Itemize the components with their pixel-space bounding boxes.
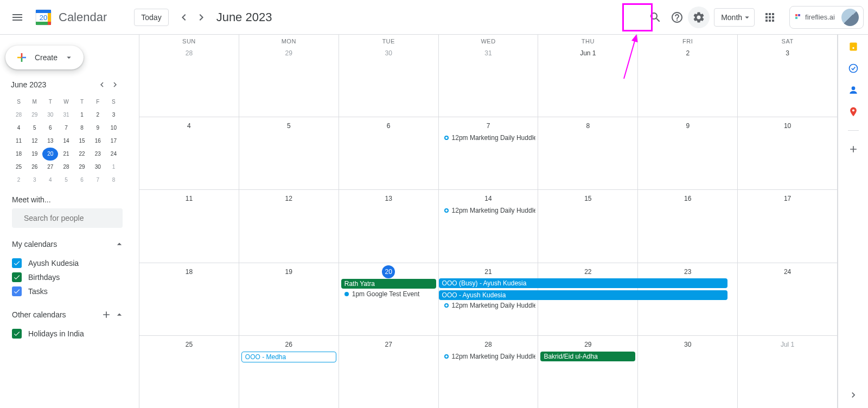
day-cell[interactable]: 6 [339,117,439,189]
add-calendar-icon[interactable] [101,309,112,320]
calendar-item[interactable]: Tasks [12,284,125,298]
day-cell[interactable]: 3 [738,44,838,117]
mini-day[interactable]: 3 [27,174,42,187]
day-cell[interactable]: 15 [538,190,638,262]
day-cell[interactable]: 18 [139,263,239,335]
contacts-icon[interactable] [848,85,859,95]
next-month-button[interactable] [193,9,210,26]
day-cell[interactable]: 4 [139,117,239,189]
calendar-checkbox[interactable] [12,286,22,296]
mini-day[interactable]: 9 [90,122,106,135]
maps-icon[interactable] [848,106,859,117]
mini-day[interactable]: 5 [27,122,42,135]
help-icon[interactable] [666,7,688,28]
day-cell[interactable]: 13 [339,190,439,262]
mini-day[interactable]: 4 [42,174,58,187]
day-cell[interactable]: Jul 1 [738,336,838,408]
day-cell[interactable]: 5 [239,117,339,189]
day-cell[interactable]: 11 [139,190,239,262]
mini-day[interactable]: 3 [106,109,122,122]
mini-day[interactable]: 24 [106,148,122,161]
day-cell[interactable]: 28 [139,44,239,117]
mini-day[interactable]: 1 [106,161,122,174]
today-button[interactable]: Today [134,9,168,26]
keep-icon[interactable] [848,41,859,52]
search-people-input[interactable] [24,214,119,222]
mini-day[interactable]: 8 [106,174,122,187]
mini-day[interactable]: 30 [90,161,106,174]
day-cell[interactable]: 29Bakrid/Eid ul-Adha [538,336,638,408]
mini-next-button[interactable] [108,78,122,91]
day-cell[interactable]: 24 [738,263,838,335]
event[interactable]: Rath Yatra [341,279,436,289]
mini-day[interactable]: 16 [90,135,106,148]
other-calendars-header[interactable]: Other calendars [12,307,125,322]
mini-day[interactable]: 14 [58,135,74,148]
mini-day[interactable]: 19 [27,148,42,161]
mini-day[interactable]: 29 [74,161,90,174]
day-cell[interactable]: 30 [638,336,738,408]
calendar-checkbox[interactable] [12,258,22,268]
mini-day[interactable]: 27 [42,161,58,174]
mini-day[interactable]: 5 [58,174,74,187]
day-cell[interactable]: 12 [239,190,339,262]
calendar-checkbox[interactable] [12,329,22,339]
mini-day[interactable]: 25 [11,161,27,174]
mini-day[interactable]: 2 [11,174,27,187]
day-cell[interactable]: Jun 1 [538,44,638,117]
calendar-item[interactable]: Ayush Kudesia [12,256,125,270]
day-cell[interactable]: 31 [439,44,539,117]
view-selector[interactable]: Month [714,8,755,27]
calendar-item[interactable]: Holidays in India [12,327,125,341]
mini-day[interactable]: 18 [11,148,27,161]
mini-day[interactable]: 20 [42,148,58,161]
mini-day[interactable]: 26 [27,161,42,174]
create-button[interactable]: Create [5,46,84,69]
add-addon-icon[interactable] [848,144,859,155]
day-cell[interactable]: 26OOO - Medha [239,336,339,408]
mini-day[interactable]: 30 [42,109,58,122]
search-icon[interactable] [644,7,666,28]
calendar-item[interactable]: Birthdays [12,270,125,284]
mini-day[interactable]: 10 [106,122,122,135]
mini-day[interactable]: 21 [58,148,74,161]
day-cell[interactable]: 27 [339,336,439,408]
apps-icon[interactable] [759,7,781,28]
event[interactable]: 12pm Marketing Daily Huddle [441,206,536,215]
search-people[interactable] [12,208,123,228]
day-cell[interactable]: 30 [339,44,439,117]
settings-icon[interactable] [688,7,710,28]
mini-day[interactable]: 29 [27,109,42,122]
calendar-checkbox[interactable] [12,272,22,282]
day-cell[interactable]: 2812pm Marketing Daily Huddle [439,336,539,408]
day-cell[interactable]: 2 [638,44,738,117]
mini-day[interactable]: 15 [74,135,90,148]
day-cell[interactable]: 9 [638,117,738,189]
day-cell[interactable]: 8 [538,117,638,189]
day-cell[interactable]: 29 [239,44,339,117]
mini-day[interactable]: 7 [58,122,74,135]
day-cell[interactable]: 712pm Marketing Daily Huddle [439,117,539,189]
mini-day[interactable]: 17 [106,135,122,148]
event[interactable]: 12pm Marketing Daily Huddle [441,352,536,361]
avatar[interactable] [841,9,859,26]
mini-day[interactable]: 28 [11,109,27,122]
event-span[interactable]: OOO - Ayush Kudesia [439,290,727,300]
mini-day[interactable]: 2 [90,109,106,122]
event[interactable]: 1pm Google Test Event [341,289,436,299]
day-cell[interactable]: 16 [638,190,738,262]
mini-day[interactable]: 7 [90,174,106,187]
mini-day[interactable]: 28 [58,161,74,174]
my-calendars-header[interactable]: My calendars [12,237,125,252]
mini-day[interactable]: 4 [11,122,27,135]
day-cell[interactable]: 17 [738,190,838,262]
event[interactable]: 12pm Marketing Daily Huddle [441,301,536,310]
extension-chip[interactable]: fireflies.ai [789,6,864,29]
mini-day[interactable]: 6 [42,122,58,135]
mini-day[interactable]: 22 [74,148,90,161]
mini-day[interactable]: 12 [27,135,42,148]
event[interactable]: Bakrid/Eid ul-Adha [540,352,635,361]
mini-prev-button[interactable] [95,78,108,91]
day-cell[interactable]: 19 [239,263,339,335]
mini-day[interactable]: 11 [11,135,27,148]
